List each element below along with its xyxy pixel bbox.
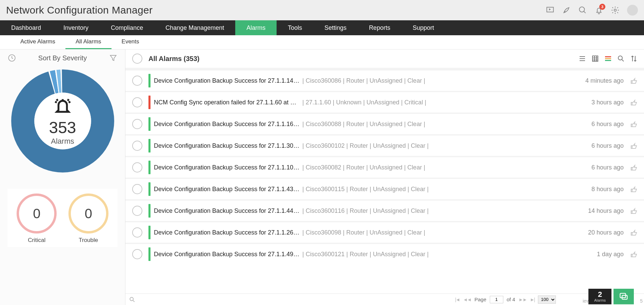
thumb-up-icon[interactable] <box>630 207 638 215</box>
alarm-row[interactable]: Device Configuration Backup Success for … <box>125 243 644 264</box>
thumb-up-icon[interactable] <box>630 228 638 237</box>
severity-marker <box>148 139 150 152</box>
thumb-up-icon[interactable] <box>630 120 638 128</box>
alarm-time: 14 hours ago <box>588 207 624 215</box>
alarm-time: 4 minutes ago <box>585 77 624 84</box>
alarm-row[interactable]: Device Configuration Backup Success for … <box>125 178 644 199</box>
pager-page-input[interactable] <box>490 296 503 303</box>
row-select[interactable] <box>132 206 142 216</box>
alarm-row[interactable]: Device Configuration Backup Success for … <box>125 156 644 178</box>
pager-prev[interactable]: ◄◄ <box>463 297 471 302</box>
pager-search-icon[interactable] <box>129 296 136 303</box>
sort-title: Sort By Severity <box>16 54 109 62</box>
thumb-up-icon[interactable] <box>630 163 638 171</box>
alarm-row[interactable]: NCM Config Sync operation failed for 27.… <box>125 91 644 113</box>
severity-marker <box>148 182 150 196</box>
severity-marker <box>148 74 150 87</box>
row-select[interactable] <box>132 141 142 151</box>
severity-donut[interactable]: 353 Alarms <box>0 68 125 174</box>
row-select[interactable] <box>132 249 142 259</box>
severity-marker <box>148 204 150 218</box>
presentation-icon[interactable] <box>546 6 555 15</box>
thumb-up-icon[interactable] <box>630 77 638 85</box>
subnav-item-active-alarms[interactable]: Active Alarms <box>10 35 65 49</box>
sort-icon[interactable] <box>630 55 638 63</box>
severity-view-icon[interactable] <box>604 55 612 63</box>
subnav-item-events[interactable]: Events <box>112 35 149 49</box>
alarm-message: Device Configuration Backup Success for … <box>154 164 300 171</box>
alarm-message: Device Configuration Backup Success for … <box>154 142 300 149</box>
rocket-icon[interactable] <box>562 6 571 15</box>
avatar[interactable] <box>627 5 638 16</box>
alarm-row[interactable]: Device Configuration Backup Success for … <box>125 113 644 134</box>
clock-icon[interactable] <box>7 54 16 62</box>
severity-marker <box>148 226 150 239</box>
nav-item-change-management[interactable]: Change Management <box>154 20 235 35</box>
top-toolbar: 3 <box>546 5 638 16</box>
svg-point-16 <box>618 56 622 60</box>
list-header: All Alarms (353) <box>125 49 644 69</box>
alarm-row[interactable]: Device Configuration Backup Success for … <box>125 69 644 91</box>
notification-badge: 3 <box>599 4 605 10</box>
alarm-message: Device Configuration Backup Success for … <box>154 186 300 193</box>
pager-of-label: of 4 <box>507 297 515 302</box>
nav-item-compliance[interactable]: Compliance <box>100 20 154 35</box>
row-select[interactable] <box>132 162 142 172</box>
row-select[interactable] <box>132 119 142 129</box>
alarm-time: 6 hours ago <box>591 164 624 171</box>
svg-rect-13 <box>605 56 611 57</box>
thumb-up-icon[interactable] <box>630 185 638 193</box>
sub-nav: Active AlarmsAll AlarmsEvents <box>0 35 644 49</box>
row-select[interactable] <box>132 97 142 107</box>
thumb-up-icon[interactable] <box>630 98 638 106</box>
subnav-item-all-alarms[interactable]: All Alarms <box>65 35 112 49</box>
row-select[interactable] <box>132 184 142 194</box>
nav-item-alarms[interactable]: Alarms <box>235 20 277 35</box>
main-nav: DashboardInventoryComplianceChange Manag… <box>0 20 644 35</box>
thumb-up-icon[interactable] <box>630 142 638 150</box>
pager-next[interactable]: ►► <box>519 297 527 302</box>
alarm-time: 8 hours ago <box>591 186 624 193</box>
counters-card: 0 Critical 0 Trouble <box>7 189 118 247</box>
list-view-icon[interactable] <box>578 55 586 63</box>
nav-item-settings[interactable]: Settings <box>313 20 358 35</box>
severity-marker <box>148 161 150 174</box>
gear-icon[interactable] <box>611 6 620 15</box>
counter-critical[interactable]: 0 Critical <box>17 194 57 244</box>
nav-item-reports[interactable]: Reports <box>358 20 401 35</box>
pager-size-select[interactable]: 100 <box>538 296 556 304</box>
alarm-float-label: Alarms <box>594 298 606 302</box>
nav-item-dashboard[interactable]: Dashboard <box>0 20 52 35</box>
chat-button[interactable] <box>613 289 634 304</box>
severity-marker <box>148 96 150 109</box>
grid-view-icon[interactable] <box>591 55 599 63</box>
counter-trouble[interactable]: 0 Trouble <box>68 194 108 244</box>
alarm-row[interactable]: Device Configuration Backup Success for … <box>125 134 644 156</box>
row-select[interactable] <box>132 76 142 86</box>
thumb-up-icon[interactable] <box>630 250 638 258</box>
alarm-meta: | Cisco360088 | Router | UnAssigned | Cl… <box>302 121 587 128</box>
svg-rect-14 <box>605 58 611 59</box>
select-all-checkbox[interactable] <box>132 54 142 64</box>
row-select[interactable] <box>132 227 142 238</box>
search-icon[interactable] <box>578 6 587 15</box>
stray-text-5: 5 <box>640 298 643 304</box>
alarm-message: Device Configuration Backup Success for … <box>154 77 300 84</box>
svg-point-2 <box>614 9 617 11</box>
nav-item-inventory[interactable]: Inventory <box>52 20 100 35</box>
alarm-message: Device Configuration Backup Success for … <box>154 207 300 215</box>
nav-item-support[interactable]: Support <box>401 20 445 35</box>
bell-icon[interactable]: 3 <box>595 6 603 15</box>
pager-last[interactable]: ►| <box>530 297 535 302</box>
pager-first[interactable]: |◄ <box>455 297 460 302</box>
alarm-row[interactable]: Device Configuration Backup Success for … <box>125 199 644 221</box>
alarm-float-count[interactable]: 2 Alarms <box>588 289 611 304</box>
donut-count: 353 <box>49 118 76 137</box>
alarm-row[interactable]: Device Configuration Backup Success for … <box>125 221 644 243</box>
filter-icon[interactable] <box>109 54 118 62</box>
alarm-meta: | Cisco360086 | Router | UnAssigned | Cl… <box>302 77 581 84</box>
svg-rect-15 <box>605 60 611 61</box>
search-list-icon[interactable] <box>617 55 625 63</box>
nav-item-tools[interactable]: Tools <box>277 20 313 35</box>
content: Sort By Severity 353 Alarms <box>0 49 644 305</box>
